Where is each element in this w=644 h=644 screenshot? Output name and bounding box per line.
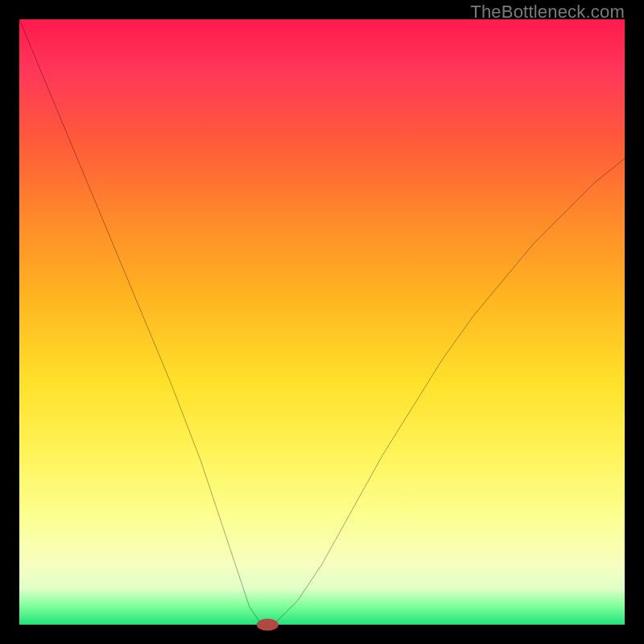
- plot-background-gradient: [19, 19, 625, 625]
- optimum-marker: [257, 618, 279, 630]
- chart-frame: [19, 19, 625, 625]
- bottleneck-curve: [19, 19, 625, 625]
- chart-svg: [19, 19, 625, 625]
